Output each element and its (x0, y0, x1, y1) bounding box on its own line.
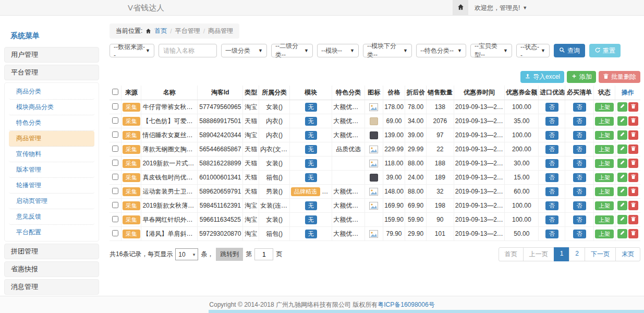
name-search-input[interactable] (159, 44, 217, 57)
status-button[interactable]: 上架 (595, 173, 614, 182)
breadcrumb-home-link[interactable]: 首页 (154, 27, 167, 35)
sidebar-bottom-item-1[interactable]: 省惠快报 (4, 261, 99, 277)
row-checkbox[interactable] (112, 103, 118, 110)
sidebar-subitem-2[interactable]: 特色分类 (9, 115, 94, 131)
edit-button[interactable] (617, 130, 627, 140)
module-badge[interactable]: 无 (305, 131, 317, 140)
sidebar-subitem-0[interactable]: 商品分类 (9, 84, 94, 100)
row-checkbox[interactable] (112, 230, 118, 236)
filter-select-a5[interactable]: --宝贝类型--▼ (470, 44, 512, 57)
sidebar-item-1[interactable]: 平台管理 (4, 65, 99, 80)
page-button-1[interactable]: 上一页 (523, 247, 554, 261)
delete-button[interactable] (628, 116, 638, 126)
import-toggle-button[interactable]: 否 (545, 173, 558, 182)
must-buy-toggle-button[interactable]: 否 (573, 215, 586, 224)
must-buy-toggle-button[interactable]: 否 (573, 173, 586, 182)
sidebar-subitem-5[interactable]: 版本管理 (9, 162, 94, 178)
import-excel-button[interactable]: 导入excel (520, 71, 564, 83)
module-badge[interactable]: 无 (305, 230, 317, 238)
module-badge[interactable]: 无 (305, 103, 317, 112)
module-badge[interactable]: 无 (305, 215, 317, 224)
delete-button[interactable] (628, 102, 638, 112)
select-all-checkbox[interactable] (112, 89, 118, 95)
filter-select-a0[interactable]: 一级分类▼ (221, 44, 267, 57)
per-page-select[interactable]: 10 ▾ (175, 248, 198, 260)
module-badge[interactable]: 无 (305, 117, 317, 126)
must-buy-toggle-button[interactable]: 否 (573, 201, 586, 210)
page-button-3[interactable]: 2 (569, 247, 585, 261)
sidebar-subitem-6[interactable]: 轮播管理 (9, 178, 94, 194)
module-badge[interactable]: 品牌精选 (291, 187, 320, 196)
row-checkbox[interactable] (112, 188, 118, 194)
row-checkbox[interactable] (112, 202, 118, 208)
edit-button[interactable] (617, 173, 627, 182)
status-button[interactable]: 上架 (595, 103, 614, 112)
filter-select-a1[interactable]: --二级分类--▼ (271, 44, 313, 57)
must-buy-toggle-button[interactable]: 否 (573, 117, 586, 126)
search-button[interactable]: 查询 (554, 44, 585, 57)
edit-button[interactable] (617, 229, 627, 238)
module-badge[interactable]: 无 (305, 145, 317, 154)
must-buy-toggle-button[interactable]: 否 (573, 187, 586, 196)
delete-button[interactable] (628, 187, 638, 196)
add-button[interactable]: 添加 (567, 71, 596, 83)
status-button[interactable]: 上架 (595, 201, 614, 210)
sidebar-bottom-item-2[interactable]: 消息管理 (4, 279, 99, 295)
row-checkbox[interactable] (112, 131, 118, 138)
row-checkbox[interactable] (112, 160, 118, 166)
row-checkbox[interactable] (112, 146, 118, 152)
status-button[interactable]: 上架 (595, 230, 614, 238)
filter-select-b0[interactable]: --数据来源--▼ (110, 44, 154, 57)
row-checkbox[interactable] (112, 216, 118, 222)
sidebar-subitem-8[interactable]: 意见反馈 (9, 209, 94, 225)
sidebar-subitem-9[interactable]: 平台配置 (9, 225, 94, 240)
icp-link[interactable]: 粤ICP备16098006号 (378, 300, 434, 309)
delete-button[interactable] (628, 173, 638, 182)
sidebar-subitem-7[interactable]: 启动页管理 (9, 194, 94, 209)
edit-button[interactable] (617, 187, 627, 196)
filter-select-a2[interactable]: --模块--▼ (317, 44, 359, 57)
status-button[interactable]: 上架 (595, 159, 614, 168)
reset-button[interactable]: 重置 (589, 44, 621, 57)
module-badge[interactable]: 无 (305, 159, 317, 168)
edit-button[interactable] (617, 145, 627, 154)
sidebar-subitem-1[interactable]: 模块商品分类 (9, 100, 94, 115)
import-toggle-button[interactable]: 否 (545, 230, 558, 238)
import-toggle-button[interactable]: 否 (545, 187, 558, 196)
status-button[interactable]: 上架 (595, 187, 614, 196)
status-button[interactable]: 上架 (595, 117, 614, 126)
page-button-0[interactable]: 首页 (499, 247, 524, 261)
edit-button[interactable] (617, 215, 627, 224)
module-badge[interactable]: 无 (305, 201, 317, 210)
must-buy-toggle-button[interactable]: 否 (573, 159, 586, 168)
must-buy-toggle-button[interactable]: 否 (573, 230, 586, 238)
import-toggle-button[interactable]: 否 (545, 201, 558, 210)
must-buy-toggle-button[interactable]: 否 (573, 103, 586, 112)
status-button[interactable]: 上架 (595, 145, 614, 154)
status-button[interactable]: 上架 (595, 215, 614, 224)
sidebar-bottom-item-0[interactable]: 拼团管理 (4, 244, 99, 259)
user-menu[interactable]: 欢迎您，管理员! ▼ (468, 4, 533, 13)
import-toggle-button[interactable]: 否 (545, 131, 558, 140)
filter-select-a3[interactable]: --模块下分类--▼ (363, 44, 412, 57)
jump-button[interactable]: 跳转到 (216, 248, 243, 261)
delete-button[interactable] (628, 130, 638, 140)
sidebar-item-0[interactable]: 用户管理 (4, 47, 99, 63)
page-button-4[interactable]: 下一页 (585, 247, 616, 261)
delete-button[interactable] (628, 201, 638, 210)
edit-button[interactable] (617, 201, 627, 210)
row-checkbox[interactable] (112, 117, 118, 124)
import-toggle-button[interactable]: 否 (545, 159, 558, 168)
filter-select-a6[interactable]: --状态--▼ (516, 44, 550, 57)
module-badge[interactable]: 无 (305, 173, 317, 182)
page-button-5[interactable]: 末页 (615, 247, 640, 261)
delete-button[interactable] (628, 159, 638, 168)
must-buy-toggle-button[interactable]: 否 (573, 131, 586, 140)
import-toggle-button[interactable]: 否 (545, 145, 558, 154)
row-checkbox[interactable] (112, 174, 118, 180)
batch-delete-button[interactable]: 批量删除 (599, 71, 640, 83)
status-button[interactable]: 上架 (595, 131, 614, 140)
page-number-input[interactable] (254, 248, 273, 260)
edit-button[interactable] (617, 102, 627, 112)
import-toggle-button[interactable]: 否 (545, 103, 558, 112)
